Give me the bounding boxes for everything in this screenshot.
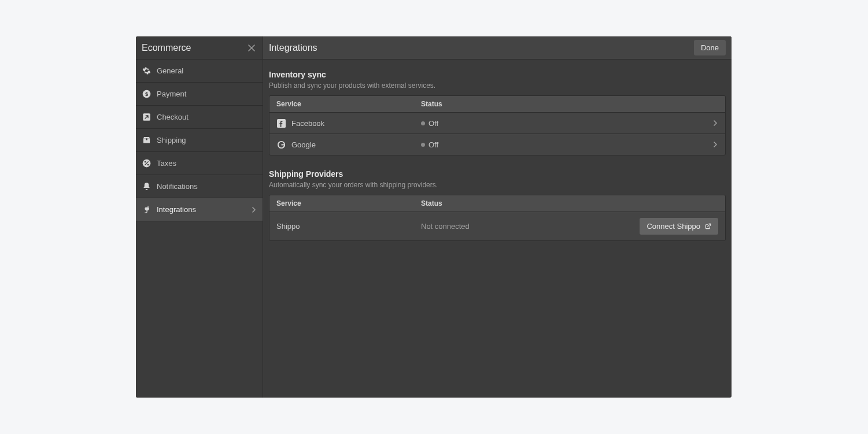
service-name: Facebook [291,119,324,128]
sidebar-title: Ecommerce [142,43,191,53]
main-header: Integrations Done [263,36,732,60]
table-header: Service Status [269,195,725,212]
sidebar-item-label: Payment [157,90,186,98]
settings-modal: Ecommerce General $ Payment [136,36,732,398]
sidebar-header: Ecommerce [136,36,263,60]
sidebar-item-integrations[interactable]: Integrations [136,198,263,221]
status-dot-icon [421,121,425,125]
box-icon [142,136,151,145]
column-header-service: Service [269,199,421,207]
chevron-right-icon [712,120,725,126]
svg-point-6 [147,164,149,166]
sidebar-item-label: Taxes [157,159,176,168]
done-button[interactable]: Done [694,40,726,55]
facebook-icon [276,118,286,128]
svg-text:$: $ [145,91,148,97]
percent-icon [142,159,151,168]
bell-icon [142,182,151,191]
column-header-service: Service [269,100,421,108]
sidebar-item-label: Shipping [157,136,186,144]
sidebar-item-taxes[interactable]: Taxes [136,152,263,175]
sidebar-item-label: General [157,66,183,75]
external-link-icon [705,223,711,229]
section-title: Shipping Providers [269,169,726,179]
status-text: Off [429,119,438,128]
sidebar-item-notifications[interactable]: Notifications [136,175,263,198]
svg-rect-3 [146,138,147,140]
service-name: Shippo [276,222,300,231]
gear-icon [142,66,151,76]
sidebar: Ecommerce General $ Payment [136,36,263,398]
table-header: Service Status [269,96,725,112]
inventory-table: Service Status Facebook Off [269,95,726,155]
sidebar-item-shipping[interactable]: Shipping [136,129,263,152]
close-button[interactable] [246,43,257,53]
sidebar-item-payment[interactable]: $ Payment [136,83,263,106]
connect-shippo-button[interactable]: Connect Shippo [640,218,718,235]
section-description: Publish and sync your products with exte… [269,81,726,90]
table-row-facebook[interactable]: Facebook Off [269,112,725,133]
table-row-google[interactable]: Google Off [269,133,725,155]
table-row-shippo: Shippo Not connected Connect Shippo [269,212,725,240]
status-dot-icon [421,143,425,147]
main-body: Inventory sync Publish and sync your pro… [263,60,732,265]
section-inventory-sync: Inventory sync Publish and sync your pro… [269,70,726,155]
sidebar-item-general[interactable]: General [136,60,263,83]
sidebar-item-label: Checkout [157,113,189,121]
main-panel: Integrations Done Inventory sync Publish… [263,36,732,398]
sidebar-list: General $ Payment Checkout Shipping [136,60,263,221]
dollar-icon: $ [142,90,151,99]
sidebar-item-label: Notifications [157,182,198,191]
section-description: Automatically sync your orders with ship… [269,181,726,189]
section-title: Inventory sync [269,70,726,79]
chevron-right-icon [251,207,257,213]
page-title: Integrations [269,43,317,53]
arrow-box-icon [142,113,151,122]
svg-point-5 [144,161,146,163]
column-header-status: Status [421,100,725,108]
shipping-table: Service Status Shippo Not connected Conn… [269,195,726,241]
google-icon [276,140,286,149]
button-label: Connect Shippo [647,222,700,231]
status-text: Off [429,140,438,149]
plug-icon [142,205,151,214]
chevron-right-icon [712,142,725,147]
section-shipping-providers: Shipping Providers Automatically sync yo… [269,169,726,241]
sidebar-item-checkout[interactable]: Checkout [136,106,263,129]
column-header-status: Status [421,199,725,207]
status-text: Not connected [421,222,470,231]
sidebar-item-label: Integrations [157,205,196,214]
service-name: Google [291,140,316,149]
close-icon [248,44,255,51]
